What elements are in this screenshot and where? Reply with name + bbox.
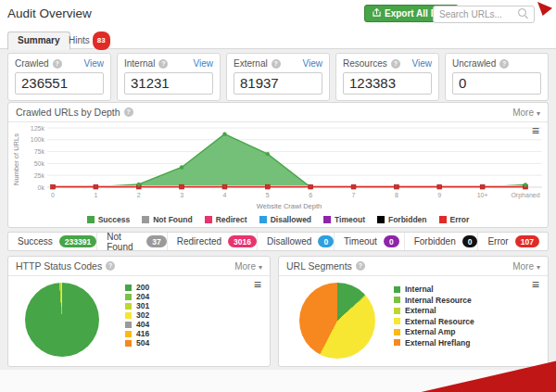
help-icon[interactable]: ? [106, 261, 115, 271]
status-label: Success [18, 236, 53, 247]
svg-text:100k: 100k [31, 136, 45, 143]
svg-text:75k: 75k [34, 148, 45, 155]
legend-item-external[interactable]: External [394, 307, 474, 315]
chart-menu-icon[interactable]: ≡ [532, 125, 539, 136]
stat-card-resources: Resources?View123383 [335, 53, 439, 101]
legend-swatch [439, 216, 447, 223]
help-icon[interactable]: ? [158, 59, 168, 69]
stat-card-value: 236551 [15, 72, 104, 95]
svg-text:7: 7 [352, 192, 356, 198]
crawled-urls-by-depth-panel: Crawled URLs by Depth ? More▾ 0k25k50k75… [7, 102, 549, 228]
legend-label: Internal Resource [405, 297, 472, 305]
depth-more-button[interactable]: More▾ [512, 107, 540, 118]
status-summary-strip: Success233391Not Found37Redirected3016Di… [7, 232, 549, 251]
help-icon[interactable]: ? [53, 59, 62, 69]
legend-label: Timeout [335, 215, 365, 224]
legend-label: Forbidden [388, 215, 427, 224]
legend-item-timeout[interactable]: Timeout [323, 215, 365, 224]
status-count-badge: 107 [515, 235, 539, 247]
status-cell-forbidden[interactable]: Forbidden0 [404, 233, 478, 250]
legend-swatch [125, 312, 132, 319]
svg-text:5: 5 [266, 192, 270, 198]
legend-label: Success [98, 215, 131, 224]
legend-item-302[interactable]: 302 [125, 311, 149, 320]
legend-swatch [394, 308, 400, 314]
legend-item-internal-resource[interactable]: Internal Resource [394, 297, 474, 305]
legend-label: Internal [405, 285, 434, 294]
svg-text:0: 0 [51, 192, 55, 198]
stat-card-crawled: Crawled?View236551 [7, 53, 111, 101]
help-icon[interactable]: ? [272, 59, 281, 69]
view-link[interactable]: View [412, 58, 433, 69]
svg-text:9: 9 [437, 192, 441, 198]
http-panel-title: HTTP Status Codes [16, 260, 102, 272]
legend-swatch [394, 329, 400, 335]
stat-card-label: External [234, 58, 268, 69]
legend-item-redirect[interactable]: Redirect [205, 215, 247, 224]
help-icon[interactable]: ? [499, 59, 509, 69]
status-count-badge: 0 [462, 235, 478, 247]
legend-swatch [125, 294, 132, 300]
legend-item-204[interactable]: 204 [125, 293, 149, 301]
legend-item-external-hreflang[interactable]: External Hreflang [394, 339, 474, 348]
svg-text:0k: 0k [38, 184, 45, 191]
help-icon[interactable]: ? [356, 261, 365, 271]
chart-menu-icon[interactable]: ≡ [532, 279, 539, 290]
status-label: Forbidden [414, 236, 456, 247]
status-cell-not-found[interactable]: Not Found37 [96, 233, 167, 250]
status-cell-redirected[interactable]: Redirected3016 [167, 233, 257, 250]
legend-item-not-found[interactable]: Not Found [142, 215, 192, 224]
legend-item-416[interactable]: 416 [125, 330, 149, 338]
status-label: Redirected [177, 236, 221, 247]
depth-chart-svg[interactable]: 0k25k50k75k100k125k012345678910+Orphaned… [10, 122, 548, 215]
top-bar: Audit Overview Export All Data [0, 0, 556, 28]
stat-card-value: 123383 [343, 72, 432, 95]
legend-swatch [394, 318, 400, 324]
status-cell-timeout[interactable]: Timeout0 [334, 233, 404, 250]
legend-swatch [125, 303, 132, 310]
legend-item-200[interactable]: 200 [125, 284, 149, 292]
http-more-button[interactable]: More▾ [234, 261, 262, 272]
help-icon[interactable]: ? [391, 59, 400, 69]
status-count-badge: 0 [384, 235, 399, 247]
view-link[interactable]: View [303, 58, 323, 69]
legend-item-301[interactable]: 301 [125, 302, 149, 310]
legend-item-504[interactable]: 504 [125, 339, 149, 348]
stat-card-uncrawled: Uncrawled?0 [445, 53, 549, 101]
legend-item-external-resource[interactable]: External Resource [394, 318, 474, 326]
hints-count-badge: 83 [93, 32, 110, 50]
segments-more-button[interactable]: More▾ [512, 261, 540, 272]
legend-item-success[interactable]: Success [87, 215, 131, 224]
legend-item-external-amp[interactable]: External Amp [394, 328, 474, 336]
status-cell-error[interactable]: Error107 [477, 233, 548, 250]
chevron-down-icon: ▾ [537, 263, 540, 272]
legend-swatch [142, 216, 149, 223]
page-title: Audit Overview [7, 6, 92, 20]
legend-label: 301 [136, 302, 149, 310]
legend-label: External Resource [405, 318, 474, 326]
legend-swatch [394, 297, 400, 303]
http-status-pie-chart[interactable] [25, 283, 99, 357]
legend-swatch [87, 216, 95, 223]
status-cell-success[interactable]: Success233391 [8, 233, 96, 250]
view-link[interactable]: View [194, 58, 214, 69]
svg-text:3: 3 [180, 192, 183, 198]
view-link[interactable]: View [84, 58, 105, 69]
status-label: Timeout [344, 236, 377, 247]
stat-card-internal: Internal?View31231 [117, 53, 221, 101]
legend-item-error[interactable]: Error [439, 215, 470, 224]
status-count-badge: 0 [318, 235, 334, 247]
legend-item-disallowed[interactable]: Disallowed [259, 215, 311, 224]
search-icon[interactable] [518, 8, 526, 17]
url-segments-pie-chart[interactable] [299, 283, 375, 359]
legend-item-forbidden[interactable]: Forbidden [377, 215, 427, 224]
legend-swatch [205, 216, 212, 223]
help-icon[interactable]: ? [124, 107, 133, 117]
chart-menu-icon[interactable]: ≡ [254, 279, 261, 290]
search-box [433, 5, 535, 22]
status-cell-disallowed[interactable]: Disallowed0 [257, 233, 334, 250]
legend-item-404[interactable]: 404 [125, 321, 149, 329]
tab-hints[interactable]: Hints83 [59, 32, 120, 48]
legend-label: 504 [136, 339, 149, 348]
legend-item-internal[interactable]: Internal [394, 285, 474, 294]
